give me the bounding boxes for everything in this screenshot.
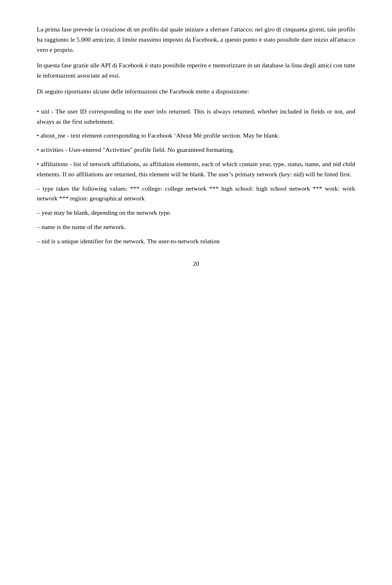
dash-item-nid-content: nid is a unique identifier for the netwo… [42,238,220,245]
dash-1: – [37,185,40,192]
list-item-uid: • uid - The user ID corresponding to the… [37,107,355,127]
dash-item-year: – year may be blank, depending on the ne… [37,208,355,218]
bullet-2: • [37,132,39,139]
dash-item-nid: – nid is a unique identifier for the net… [37,236,355,247]
page: La prima fase prevede la creazione di un… [0,0,392,585]
bullet-4: • [37,160,39,167]
list-item-activities: • activities - User-entered "Activities"… [37,145,355,155]
dash-item-type-content: type takes the following values: *** col… [37,185,355,202]
paragraph-1: La prima fase prevede la creazione di un… [37,24,355,55]
page-number: 20 [37,259,355,269]
dash-2: – [37,209,40,216]
paragraph-3: Di seguito riportiamo alcune delle infor… [37,87,355,97]
paragraph-2: In questa fase grazie alle API di Facebo… [37,60,355,81]
list-item-about-me: • about_me - text element corresponding … [37,131,355,141]
dash-item-type: – type takes the following values: *** c… [37,184,355,204]
list-item-about-me-content: about_me - text element corresponding to… [40,132,279,139]
list-item-uid-content: uid - The user ID corresponding to the u… [37,108,355,125]
dash-3: – [37,223,40,230]
dash-item-name-content: name is the name of the network. [42,223,126,230]
dash-item-name: – name is the name of the network. [37,222,355,232]
bullet-3: • [37,146,39,153]
dash-item-year-content: year may be blank, depending on the netw… [42,209,172,216]
list-item-activities-content: activities - User-entered "Activities" p… [40,146,234,153]
list-item-affiliations-content: affiliations - list of network affiliati… [37,160,355,178]
bullet-1: • [37,108,39,115]
dash-4: – [37,238,40,245]
list-item-affiliations: • affiliations - list of network affilia… [37,159,355,180]
